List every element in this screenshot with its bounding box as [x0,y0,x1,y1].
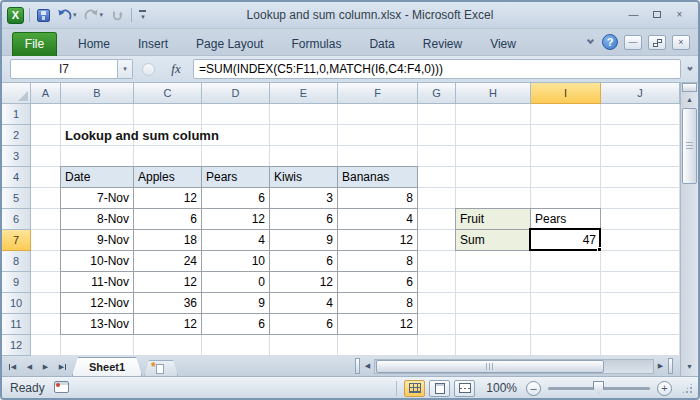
cell-C4[interactable]: Apples [134,167,202,188]
scroll-left-button[interactable]: ◀ [361,358,374,374]
resize-grip[interactable] [681,382,694,395]
file-tab[interactable]: File [12,32,57,56]
column-header-F[interactable]: F [338,83,418,104]
cell-F7[interactable]: 12 [338,230,418,251]
tab-split-handle[interactable] [355,358,360,374]
formula-input[interactable]: =SUM(INDEX(C5:F11,0,MATCH(I6,C4:F4,0))) [193,59,681,79]
page-break-view-button[interactable] [454,380,475,397]
cell-E4[interactable]: Kiwis [270,167,338,188]
column-header-A[interactable]: A [31,83,61,104]
cell-C5[interactable]: 12 [134,188,202,209]
cell-I7[interactable]: 47 [531,230,601,251]
expand-formula-bar-chevron[interactable] [684,65,695,75]
insert-function-button[interactable]: fx [163,60,189,79]
row-header-6[interactable]: 6 [2,209,31,230]
row-header-2[interactable]: 2 [2,125,31,146]
horizontal-scroll-track[interactable] [374,359,654,374]
cell-D4[interactable]: Pears [202,167,270,188]
last-sheet-button[interactable]: ▶ [54,360,69,374]
row-header-4[interactable]: 4 [2,167,31,188]
fill-handle[interactable] [597,247,602,252]
column-header-J[interactable]: J [601,83,680,104]
zoom-slider[interactable] [548,387,650,390]
expand-ribbon-chevron-icon[interactable] [584,36,596,48]
cell-I6[interactable]: Pears [531,209,601,230]
column-header-E[interactable]: E [270,83,338,104]
scroll-up-button[interactable]: ▲ [682,93,697,107]
cell-E9[interactable]: 12 [270,272,338,293]
cell-D6[interactable]: 12 [202,209,270,230]
scroll-down-button[interactable]: ▼ [682,360,697,374]
row-header-1[interactable]: 1 [2,104,31,125]
column-header-G[interactable]: G [418,83,456,104]
row-header-7[interactable]: 7 [2,230,31,251]
close-workbook-button[interactable]: × [672,35,690,50]
ribbon-tab-data[interactable]: Data [355,32,408,56]
macro-record-icon[interactable] [54,381,69,393]
vertical-scrollbar[interactable]: ▲ ▼ [680,83,698,376]
zoom-in-button[interactable]: + [657,381,672,396]
cell-C9[interactable]: 12 [134,272,202,293]
save-button[interactable] [35,6,52,24]
scroll-right-button[interactable]: ▶ [654,358,667,374]
cell-D5[interactable]: 6 [202,188,270,209]
ribbon-tab-review[interactable]: Review [409,32,476,56]
cell-B10[interactable]: 12-Nov [61,293,134,314]
cell-C7[interactable]: 18 [134,230,202,251]
cell-E5[interactable]: 3 [270,188,338,209]
vertical-split-handle[interactable] [682,83,697,92]
cell-D10[interactable]: 9 [202,293,270,314]
ribbon-tab-insert[interactable]: Insert [124,32,182,56]
cell-F8[interactable]: 8 [338,251,418,272]
cell-C10[interactable]: 36 [134,293,202,314]
vertical-scroll-thumb[interactable] [682,108,697,184]
cell-H7[interactable]: Sum [456,230,531,251]
cell-B5[interactable]: 7-Nov [61,188,134,209]
cell-B11[interactable]: 13-Nov [61,314,134,335]
page-layout-view-button[interactable] [429,380,450,397]
insert-worksheet-tab[interactable]: * [144,360,178,376]
ribbon-tab-home[interactable]: Home [64,32,124,56]
ribbon-tab-page-layout[interactable]: Page Layout [182,32,277,56]
cell-E10[interactable]: 4 [270,293,338,314]
zoom-slider-thumb[interactable] [593,381,604,395]
cell-E11[interactable]: 6 [270,314,338,335]
cell-B6[interactable]: 8-Nov [61,209,134,230]
close-window-button[interactable]: × [673,9,686,21]
minimize-window-button[interactable]: — [627,9,640,21]
row-header-8[interactable]: 8 [2,251,31,272]
customize-quick-access-button[interactable]: ▾ [137,6,148,24]
horizontal-scroll-thumb[interactable] [376,360,604,373]
undo-dropdown-icon[interactable]: ▾ [73,11,77,19]
minimize-workbook-button[interactable]: — [624,35,642,50]
ribbon-tab-view[interactable]: View [476,32,530,56]
cell-C8[interactable]: 24 [134,251,202,272]
row-header-11[interactable]: 11 [2,314,31,335]
column-header-D[interactable]: D [202,83,270,104]
cell-E8[interactable]: 6 [270,251,338,272]
zoom-out-button[interactable]: – [526,381,541,396]
select-all-button[interactable] [2,83,31,104]
cell-C11[interactable]: 12 [134,314,202,335]
cell-D8[interactable]: 10 [202,251,270,272]
column-header-C[interactable]: C [134,83,202,104]
cell-F9[interactable]: 6 [338,272,418,293]
horizontal-scrollbar[interactable]: ◀ ▶ [354,358,674,374]
scrollbar-split-handle[interactable] [668,358,673,374]
cell-F6[interactable]: 4 [338,209,418,230]
cell-B8[interactable]: 10-Nov [61,251,134,272]
name-box[interactable]: I7 [10,59,118,79]
undo-button[interactable]: ▾ [55,6,79,24]
normal-view-button[interactable] [404,380,425,397]
cell-F11[interactable]: 12 [338,314,418,335]
cell-D7[interactable]: 4 [202,230,270,251]
cell-D11[interactable]: 6 [202,314,270,335]
row-header-3[interactable]: 3 [2,146,31,167]
first-sheet-button[interactable]: ◀ [6,360,21,374]
cell-C6[interactable]: 6 [134,209,202,230]
cell-F4[interactable]: Bananas [338,167,418,188]
help-button[interactable]: ? [602,34,618,50]
restore-window-button[interactable] [650,9,663,21]
previous-sheet-button[interactable]: ◀ [22,360,37,374]
next-sheet-button[interactable]: ▶ [38,360,53,374]
